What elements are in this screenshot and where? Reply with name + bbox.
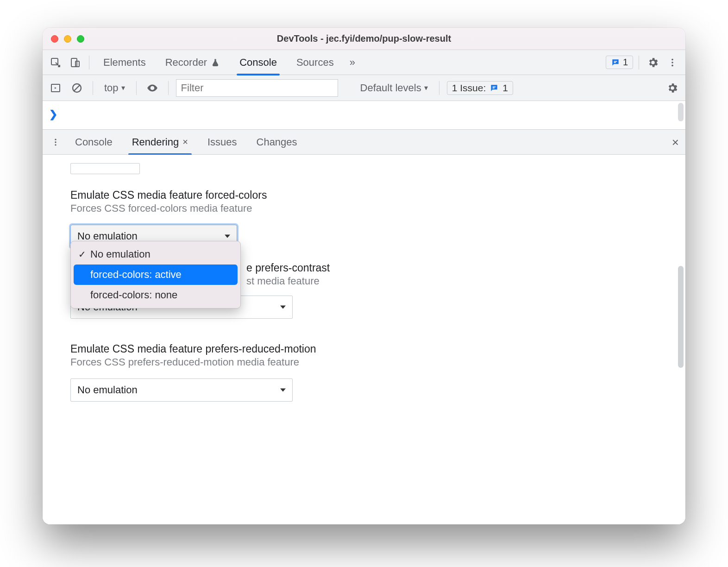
tab-label: Console — [239, 57, 277, 69]
window-close-button[interactable] — [51, 35, 58, 43]
clear-console-button[interactable] — [69, 80, 85, 96]
drawer-tab-changes[interactable]: Changes — [248, 130, 306, 155]
tab-label: Elements — [103, 57, 146, 69]
dropdown-option-forced-colors-none[interactable]: forced-colors: none — [74, 285, 238, 305]
option-label: forced-colors: none — [90, 289, 177, 301]
forced-colors-setting: Emulate CSS media feature forced-colors … — [70, 189, 658, 248]
context-selector[interactable]: top ▾ — [100, 82, 129, 94]
svg-point-6 — [672, 62, 673, 63]
option-label: No emulation — [90, 248, 151, 260]
caret-down-icon — [225, 235, 230, 238]
svg-point-5 — [672, 58, 673, 60]
more-tabs-button[interactable]: » — [345, 57, 360, 69]
divider — [93, 81, 93, 95]
close-tab-button[interactable]: × — [182, 137, 188, 147]
titlebar: DevTools - jec.fyi/demo/pup-slow-result — [43, 28, 685, 50]
tab-sources[interactable]: Sources — [288, 50, 342, 75]
drawer-tab-issues[interactable]: Issues — [199, 130, 245, 155]
tab-recorder[interactable]: Recorder — [157, 50, 228, 75]
divider — [89, 56, 89, 69]
caret-down-icon: ▾ — [121, 83, 125, 92]
more-vert-icon — [667, 57, 678, 68]
svg-point-13 — [55, 141, 56, 143]
main-tabstrip: Elements Recorder Console Sources » 1 — [43, 50, 685, 75]
tab-console[interactable]: Console — [231, 50, 285, 75]
divider — [136, 81, 137, 95]
console-sidebar-toggle[interactable] — [47, 80, 64, 96]
tab-label: Rendering — [132, 136, 179, 148]
eye-icon — [146, 82, 158, 94]
drawer-kebab-button[interactable] — [47, 134, 64, 151]
drawer-tab-console[interactable]: Console — [67, 130, 121, 155]
devtools-window: DevTools - jec.fyi/demo/pup-slow-result … — [43, 28, 685, 524]
divider — [168, 81, 169, 95]
check-icon: ✓ — [78, 249, 86, 260]
flask-icon — [211, 58, 220, 67]
svg-rect-4 — [614, 62, 616, 63]
setting-title: Emulate CSS media feature prefers-reduce… — [70, 343, 658, 355]
kebab-menu-button[interactable] — [664, 54, 681, 71]
tab-label: Sources — [296, 57, 334, 69]
window-zoom-button[interactable] — [77, 35, 84, 43]
tab-label: Changes — [257, 136, 297, 148]
levels-label: Default levels — [360, 82, 421, 94]
scrollbar-thumb[interactable] — [678, 103, 684, 121]
caret-down-icon: ▾ — [424, 83, 428, 92]
setting-subtitle: Forces CSS prefers-reduced-motion media … — [70, 356, 658, 368]
setting-title: Emulate CSS media feature forced-colors — [70, 189, 658, 202]
issues-link[interactable]: 1 Issue: 1 — [447, 81, 513, 95]
gear-icon — [666, 82, 678, 94]
chevron-right-icon: » — [350, 57, 355, 68]
caret-down-icon — [280, 306, 286, 309]
drawer-tabstrip: Console Rendering × Issues Changes × — [43, 130, 685, 155]
issues-counter[interactable]: 1 — [606, 56, 633, 69]
caret-down-icon — [280, 389, 286, 392]
svg-point-12 — [55, 139, 56, 140]
svg-rect-10 — [493, 86, 496, 87]
log-levels-selector[interactable]: Default levels ▾ — [357, 82, 432, 94]
dropdown-option-no-emulation[interactable]: ✓ No emulation — [74, 244, 238, 265]
drawer-close-button[interactable]: × — [672, 135, 679, 149]
divider — [439, 81, 439, 95]
tab-elements[interactable]: Elements — [95, 50, 154, 75]
svg-point-14 — [55, 144, 56, 145]
inspect-element-icon[interactable] — [47, 54, 64, 71]
svg-rect-1 — [71, 58, 77, 67]
device-toolbar-icon[interactable] — [67, 54, 83, 71]
rendering-panel: Emulate CSS media feature forced-colors … — [43, 155, 685, 524]
issues-count: 1 — [623, 57, 628, 68]
prefers-reduced-motion-select[interactable]: No emulation — [70, 378, 293, 402]
context-label: top — [104, 82, 119, 94]
issues-count: 1 — [502, 82, 508, 94]
tab-label: Console — [75, 136, 113, 148]
console-settings-button[interactable] — [664, 80, 681, 96]
traffic-lights — [43, 35, 84, 43]
svg-rect-3 — [614, 61, 617, 62]
prompt-caret-icon: ❯ — [49, 108, 57, 120]
drawer-tab-rendering[interactable]: Rendering × — [124, 130, 196, 155]
option-label: forced-colors: active — [90, 269, 182, 281]
chat-icon — [490, 83, 499, 93]
more-vert-icon — [51, 138, 60, 147]
issues-label: 1 Issue: — [452, 82, 486, 94]
dropdown-option-forced-colors-active[interactable]: forced-colors: active — [74, 265, 238, 285]
console-toolbar: top ▾ Default levels ▾ 1 Issue: 1 — [43, 75, 685, 101]
filter-input[interactable] — [176, 79, 338, 97]
svg-point-7 — [672, 64, 673, 66]
clear-icon — [71, 82, 82, 94]
settings-button[interactable] — [645, 54, 661, 71]
console-body[interactable]: ❯ — [43, 101, 685, 130]
forced-colors-dropdown: ✓ No emulation forced-colors: active for… — [70, 241, 241, 309]
divider — [639, 56, 639, 69]
window-minimize-button[interactable] — [64, 35, 71, 43]
window-title: DevTools - jec.fyi/demo/pup-slow-result — [43, 33, 685, 44]
tab-label: Issues — [207, 136, 237, 148]
chat-icon — [611, 58, 620, 67]
close-icon: × — [672, 135, 679, 149]
select-value: No emulation — [77, 384, 138, 396]
prefers-reduced-motion-setting: Emulate CSS media feature prefers-reduce… — [70, 343, 658, 402]
gear-icon — [647, 57, 659, 69]
truncated-control[interactable] — [70, 163, 140, 174]
live-expression-button[interactable] — [144, 80, 161, 96]
scrollbar-thumb[interactable] — [678, 266, 684, 368]
